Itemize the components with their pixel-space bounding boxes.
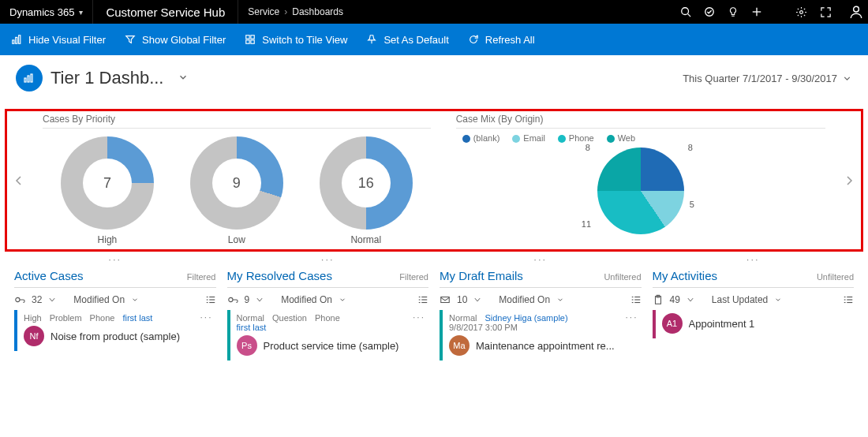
chevron-down-icon[interactable] (473, 296, 481, 304)
refresh-all-button[interactable]: Refresh All (468, 34, 535, 46)
legend-item: (blank) (473, 133, 500, 143)
expand-icon[interactable] (820, 6, 832, 18)
brand-menu[interactable]: Dynamics 365 ▾ (0, 0, 93, 24)
tag-link[interactable]: Sidney Higa (sample) (485, 313, 567, 323)
pie-chart[interactable]: 8 8 5 11 (456, 144, 825, 234)
hide-visual-filter-button[interactable]: Hide Visual Filter (11, 34, 106, 46)
breadcrumb-service[interactable]: Service (248, 6, 279, 17)
gear-icon[interactable] (795, 6, 807, 18)
email-card[interactable]: ··· Normal Sidney Higa (sample) 9/8/2017… (440, 310, 642, 360)
entity-badge: Ps (237, 335, 257, 356)
scroll-left-button[interactable] (5, 109, 33, 252)
tag: High (24, 313, 42, 323)
list-view-icon[interactable] (417, 294, 428, 305)
svg-rect-14 (251, 40, 254, 43)
sort-label[interactable]: Last Updated (712, 294, 768, 305)
tag: Problem (50, 313, 82, 323)
chevron-down-icon[interactable] (48, 296, 56, 304)
donut-normal[interactable]: 16 Normal (320, 136, 413, 245)
card-menu[interactable]: ··· (200, 312, 212, 323)
activity-card[interactable]: A1 Appointment 1 (653, 310, 855, 338)
svg-rect-11 (246, 35, 249, 39)
stream-overflow-menu[interactable]: ··· (14, 258, 216, 269)
set-default-button[interactable]: Set As Default (366, 34, 448, 46)
tag: Normal (449, 313, 477, 323)
chevron-down-icon[interactable] (256, 296, 264, 304)
lightbulb-icon[interactable] (728, 6, 739, 17)
task-flow-icon[interactable] (704, 6, 715, 17)
pie-legend: (blank) Email Phone Web (456, 132, 825, 144)
cmd-label: Hide Visual Filter (28, 34, 106, 46)
date-range-label: This Quarter 7/1/2017 - 9/30/2017 (683, 73, 837, 84)
chevron-down-icon[interactable] (687, 296, 694, 304)
chevron-down-icon[interactable] (339, 296, 346, 304)
date-range-picker[interactable]: This Quarter 7/1/2017 - 9/30/2017 (683, 73, 852, 84)
svg-rect-13 (246, 40, 249, 43)
stream-overflow-menu[interactable]: ··· (227, 258, 429, 269)
list-view-icon[interactable] (630, 294, 642, 305)
stream-filter-state: Filtered (187, 272, 216, 282)
tag: 9/8/2017 3:00 PM (449, 323, 518, 332)
sort-label[interactable]: Modified On (281, 294, 332, 305)
case-mix-panel: Case Mix (By Origin) (blank) Email Phone… (447, 109, 835, 252)
case-card[interactable]: ··· High Problem Phone first last Nf Noi… (14, 310, 216, 351)
global-nav-bar: Dynamics 365 ▾ Customer Service Hub Serv… (0, 0, 868, 24)
svg-point-7 (854, 6, 859, 12)
tag: Normal (237, 313, 264, 323)
add-icon[interactable] (751, 6, 762, 17)
list-view-icon[interactable] (843, 294, 854, 305)
stream-filter-state: Unfiltered (604, 272, 641, 282)
case-icon (227, 294, 238, 305)
card-menu[interactable]: ··· (625, 312, 638, 323)
donut-high[interactable]: 7 High (61, 136, 154, 245)
stream-title[interactable]: Active Cases (14, 269, 84, 282)
card-menu[interactable]: ··· (413, 312, 425, 323)
stream-draft-emails: ··· My Draft Emails Unfiltered 10 Modifi… (440, 258, 642, 360)
stream-overflow-menu[interactable]: ··· (440, 258, 642, 269)
cases-by-priority-panel: Cases By Priority 7 High 9 Low 16 (33, 109, 440, 252)
stream-title[interactable]: My Activities (653, 269, 718, 282)
svg-point-18 (16, 297, 20, 301)
panel-title: Case Mix (By Origin) (456, 114, 825, 129)
chevron-right-icon: › (284, 6, 287, 17)
stream-filter-state: Filtered (399, 272, 428, 282)
breadcrumb-dashboards[interactable]: Dashboards (292, 6, 343, 17)
stream-title[interactable]: My Draft Emails (440, 269, 523, 282)
tag-link[interactable]: first last (237, 323, 267, 332)
stream-count: 10 (457, 294, 467, 305)
svg-rect-12 (251, 35, 254, 39)
show-global-filter-button[interactable]: Show Global Filter (125, 34, 226, 46)
sort-label[interactable]: Modified On (499, 294, 550, 305)
sort-label[interactable]: Modified On (73, 294, 125, 305)
stream-activities: ··· My Activities Unfiltered 49 Last Upd… (653, 258, 855, 360)
search-icon[interactable] (680, 6, 691, 17)
chevron-down-icon[interactable] (774, 296, 782, 304)
svg-point-6 (800, 10, 803, 13)
dashboard-tile-icon (16, 65, 43, 92)
case-card[interactable]: ··· Normal Question Phone first last Ps … (227, 310, 429, 360)
stream-count: 9 (245, 294, 250, 305)
donut-low[interactable]: 9 Low (190, 136, 283, 245)
svg-rect-16 (28, 76, 29, 82)
chevron-down-icon[interactable] (131, 296, 139, 304)
dashboard-picker[interactable] (178, 72, 189, 85)
app-name-label: Customer Service Hub (106, 6, 225, 19)
chevron-down-icon[interactable] (556, 296, 564, 304)
stream-overflow-menu[interactable]: ··· (653, 258, 855, 269)
svg-point-25 (228, 297, 232, 301)
app-name[interactable]: Customer Service Hub (93, 0, 238, 24)
tag-link[interactable]: first last (122, 313, 152, 323)
scroll-right-button[interactable] (835, 109, 863, 252)
tag: Question (272, 313, 307, 323)
svg-rect-9 (16, 37, 17, 43)
panel-title: Cases By Priority (43, 114, 431, 129)
case-icon (14, 294, 25, 305)
switch-tile-view-button[interactable]: Switch to Tile View (245, 34, 347, 46)
cmd-label: Refresh All (485, 34, 535, 46)
brand-label: Dynamics 365 (9, 6, 74, 18)
pie-value: 5 (690, 200, 694, 209)
list-view-icon[interactable] (205, 294, 216, 305)
stream-title[interactable]: My Resolved Cases (227, 269, 332, 282)
user-avatar[interactable] (844, 0, 868, 24)
card-subject: Noise from product (sample) (51, 331, 180, 342)
